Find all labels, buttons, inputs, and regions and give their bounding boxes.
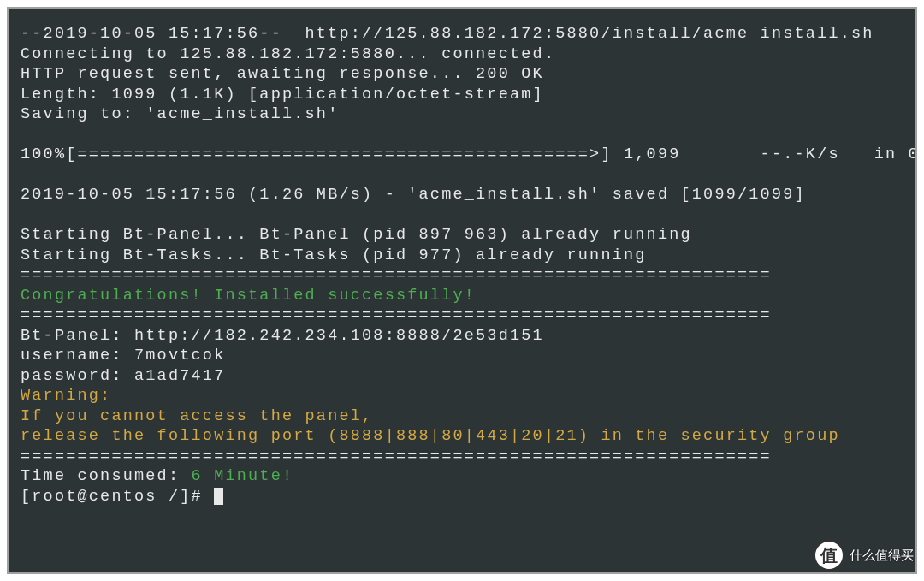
terminal-line: Connecting to 125.88.182.172:5880... con… (21, 44, 903, 65)
terminal-line: 100%[===================================… (21, 145, 903, 165)
terminal-line: password: a1ad7417 (21, 366, 903, 387)
terminal-line: ========================================… (21, 305, 903, 326)
watermark: 值 什么值得买 (814, 540, 914, 571)
prompt-text: [root@centos /]# (21, 488, 214, 506)
terminal-line: Congratulations! Installed successfully! (21, 286, 903, 306)
terminal-line: 2019-10-05 15:17:56 (1.26 MB/s) - 'acme_… (21, 185, 903, 205)
terminal-line (21, 125, 903, 145)
terminal-line: Length: 1099 (1.1K) [application/octet-s… (21, 85, 903, 105)
terminal-line: Starting Bt-Panel... Bt-Panel (pid 897 9… (21, 225, 903, 246)
terminal-line (21, 205, 903, 226)
time-consumed-line: Time consumed: 6 Minute! (21, 466, 903, 487)
terminal-output: --2019-10-05 15:17:56-- http://125.88.18… (21, 24, 903, 466)
terminal-line: Warning: (21, 386, 903, 406)
cursor-icon (214, 488, 223, 505)
terminal-line: If you cannot access the panel, (21, 406, 903, 427)
terminal-line: ========================================… (21, 447, 903, 467)
terminal-line: Starting Bt-Tasks... Bt-Tasks (pid 977) … (21, 246, 903, 266)
watermark-text: 什么值得买 (850, 548, 914, 564)
shell-prompt[interactable]: [root@centos /]# (21, 487, 903, 507)
terminal-window[interactable]: --2019-10-05 15:17:56-- http://125.88.18… (7, 7, 917, 574)
terminal-line: username: 7movtcok (21, 346, 903, 366)
watermark-logo-icon: 值 (814, 540, 844, 571)
terminal-line: --2019-10-05 15:17:56-- http://125.88.18… (21, 24, 903, 44)
terminal-line: Saving to: 'acme_install.sh' (21, 104, 903, 125)
terminal-line: ========================================… (21, 265, 903, 286)
terminal-line: HTTP request sent, awaiting response... … (21, 64, 903, 85)
time-consumed-value: 6 Minute! (192, 467, 294, 485)
terminal-line: Bt-Panel: http://182.242.234.108:8888/2e… (21, 326, 903, 347)
time-consumed-label: Time consumed: (21, 467, 192, 485)
terminal-line (21, 165, 903, 186)
terminal-line: release the following port (8888|888|80|… (21, 426, 903, 447)
